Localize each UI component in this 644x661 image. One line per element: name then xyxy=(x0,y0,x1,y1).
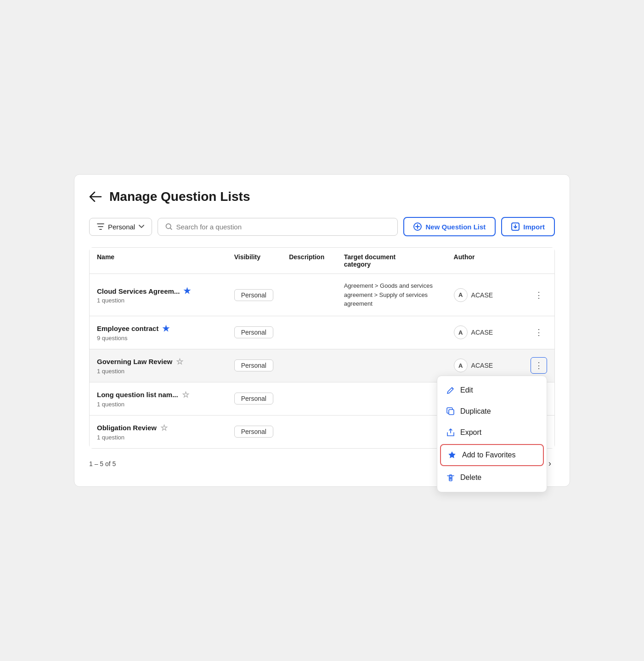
row-visibility: Personal xyxy=(234,426,289,438)
visibility-badge: Personal xyxy=(234,426,273,438)
more-options-button[interactable]: ⋮ xyxy=(531,287,547,303)
col-header-author: Author xyxy=(454,253,520,268)
row-subtext: 1 question xyxy=(97,401,234,408)
row-name-col: Obligation Review ☆ 1 question xyxy=(97,423,234,441)
more-options-button[interactable]: ⋮ xyxy=(531,357,547,374)
col-header-actions xyxy=(520,253,547,268)
col-header-description: Description xyxy=(289,253,344,268)
new-btn-label: New Question List xyxy=(425,223,486,231)
page-container: Manage Question Lists Personal New xyxy=(74,174,570,487)
row-name-col: Long question list nam... ☆ 1 question xyxy=(97,390,234,408)
filter-label: Personal xyxy=(108,223,135,231)
author-name: ACASE xyxy=(471,362,493,369)
row-visibility: Personal xyxy=(234,326,289,338)
row-name-text: Governing Law Review xyxy=(97,358,172,365)
import-button[interactable]: Import xyxy=(501,217,555,236)
menu-item-edit[interactable]: Edit xyxy=(437,380,547,401)
row-actions: ⋮ xyxy=(520,287,547,303)
col-header-name: Name xyxy=(97,253,234,268)
star-empty-icon[interactable]: ☆ xyxy=(182,390,189,400)
avatar: A xyxy=(454,359,468,372)
new-question-list-button[interactable]: New Question List xyxy=(403,217,496,236)
menu-item-add-favorites[interactable]: Add to Favorites xyxy=(440,444,544,466)
copy-icon xyxy=(446,407,455,416)
row-name-col: Cloud Services Agreem... ★ 1 question xyxy=(97,286,234,304)
row-visibility: Personal xyxy=(234,359,289,371)
menu-item-export[interactable]: Export xyxy=(437,422,547,443)
more-options-button[interactable]: ⋮ xyxy=(531,324,547,341)
export-icon xyxy=(446,428,455,437)
row-name-text: Long question list nam... xyxy=(97,391,178,399)
search-input[interactable] xyxy=(176,223,390,231)
table-header: Name Visibility Description Target docum… xyxy=(90,248,554,274)
col-header-category: Target documentcategory xyxy=(344,253,454,268)
star-icon xyxy=(447,450,457,460)
row-subtext: 1 question xyxy=(97,297,234,304)
row-visibility: Personal xyxy=(234,393,289,405)
star-empty-icon[interactable]: ☆ xyxy=(176,357,183,367)
star-filled-icon[interactable]: ★ xyxy=(183,286,191,296)
import-icon xyxy=(511,222,520,231)
star-filled-icon[interactable]: ★ xyxy=(162,324,169,334)
row-name-col: Governing Law Review ☆ 1 question xyxy=(97,357,234,375)
row-subtext: 9 questions xyxy=(97,335,234,342)
menu-item-duplicate[interactable]: Duplicate xyxy=(437,401,547,422)
row-category: Agreement > Goods and services agreement… xyxy=(344,281,454,308)
page-title: Manage Question Lists xyxy=(109,189,250,204)
star-empty-icon[interactable]: ☆ xyxy=(160,423,168,433)
row-author: A ACASE xyxy=(454,359,520,372)
visibility-badge: Personal xyxy=(234,326,273,338)
back-button[interactable] xyxy=(89,192,102,202)
plus-circle-icon xyxy=(413,222,422,231)
row-name-col: Employee contract ★ 9 questions xyxy=(97,324,234,342)
row-actions: ⋮ Edit Duplic xyxy=(520,357,547,374)
question-list-table: Name Visibility Description Target docum… xyxy=(89,247,555,449)
row-author: A ACASE xyxy=(454,325,520,339)
visibility-badge: Personal xyxy=(234,289,273,301)
toolbar: Personal New Question List Im xyxy=(89,217,555,236)
filter-button[interactable]: Personal xyxy=(89,218,152,236)
menu-item-duplicate-label: Duplicate xyxy=(460,407,491,416)
row-subtext: 1 question xyxy=(97,434,234,441)
row-subtext: 1 question xyxy=(97,368,234,375)
menu-item-edit-label: Edit xyxy=(460,386,473,394)
table-row: Cloud Services Agreem... ★ 1 question Pe… xyxy=(90,274,554,316)
import-btn-label: Import xyxy=(523,223,545,231)
col-header-visibility: Visibility xyxy=(234,253,289,268)
visibility-badge: Personal xyxy=(234,393,273,405)
search-icon xyxy=(165,223,172,230)
page-header: Manage Question Lists xyxy=(89,189,555,204)
row-name-text: Obligation Review xyxy=(97,424,157,432)
author-name: ACASE xyxy=(471,291,493,299)
pagination-info: 1 – 5 of 5 xyxy=(89,460,116,467)
avatar: A xyxy=(454,288,468,302)
menu-item-delete[interactable]: Delete xyxy=(437,467,547,488)
menu-item-delete-label: Delete xyxy=(460,473,481,482)
row-name-text: Cloud Services Agreem... xyxy=(97,287,180,295)
filter-icon xyxy=(97,223,104,230)
row-visibility: Personal xyxy=(234,289,289,301)
context-menu: Edit Duplicate Expor xyxy=(437,376,547,492)
menu-item-add-favorites-label: Add to Favorites xyxy=(462,451,516,459)
menu-item-export-label: Export xyxy=(460,428,481,437)
row-name-text: Employee contract xyxy=(97,325,158,332)
search-box xyxy=(158,218,398,236)
trash-icon xyxy=(446,473,455,482)
row-author: A ACASE xyxy=(454,288,520,302)
table-row: Employee contract ★ 9 questions Personal… xyxy=(90,316,554,349)
svg-rect-3 xyxy=(449,410,454,415)
chevron-down-icon xyxy=(139,225,144,228)
pencil-icon xyxy=(446,386,455,394)
avatar: A xyxy=(454,325,468,339)
row-actions: ⋮ xyxy=(520,324,547,341)
author-name: ACASE xyxy=(471,329,493,336)
visibility-badge: Personal xyxy=(234,359,273,371)
table-row: Governing Law Review ☆ 1 question Person… xyxy=(90,349,554,382)
